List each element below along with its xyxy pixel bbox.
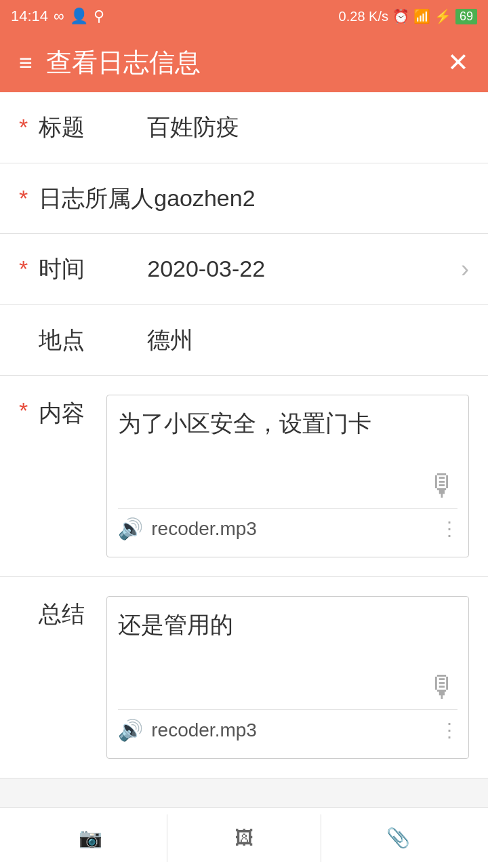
owner-required-star: * (19, 182, 28, 215)
status-infinity: ∞ (54, 7, 64, 25)
gallery-button[interactable]: 🖼 (167, 814, 321, 862)
title-field-label: 标题 (39, 111, 147, 144)
content-field-row: * 内容 为了小区安全，设置门卡 🎙 🔊 recoder.mp3 ⋮ (0, 376, 488, 577)
title-field-row: * 标题 百姓防疫 (0, 92, 488, 163)
location-field-row: * 地点 德州 (0, 305, 488, 376)
title-field-value: 百姓防疫 (147, 111, 469, 144)
content-audio-file-row: 🔊 recoder.mp3 ⋮ (118, 508, 458, 546)
owner-field-label: 日志所属人 (39, 182, 154, 215)
title-required-star: * (19, 111, 28, 144)
owner-field-row: * 日志所属人 gaozhen2 (0, 163, 488, 235)
content-more-icon[interactable]: ⋮ (440, 517, 458, 540)
header-left: ≡ 查看日志信息 (19, 45, 201, 80)
summary-more-icon[interactable]: ⋮ (440, 719, 458, 741)
close-icon[interactable]: ✕ (447, 47, 469, 77)
summary-audio-icon: 🔊 (118, 718, 143, 742)
attachment-button[interactable]: 📎 (321, 814, 474, 862)
location-placeholder-star: * (19, 324, 28, 357)
app-header: ≡ 查看日志信息 ✕ (0, 33, 488, 92)
page-title: 查看日志信息 (46, 45, 201, 80)
content-textarea[interactable]: 为了小区安全，设置门卡 🎙 🔊 recoder.mp3 ⋮ (106, 395, 469, 557)
summary-textarea[interactable]: 还是管用的 🎙 🔊 recoder.mp3 ⋮ (106, 596, 469, 759)
status-left: 14:14 ∞ 👤 ⚲ (11, 7, 104, 25)
status-time: 14:14 (11, 7, 48, 25)
summary-text: 还是管用的 (118, 608, 458, 701)
location-field-value: 德州 (147, 324, 469, 357)
status-right: 0.28 K/s ⏰ 📶 ⚡ 69 (339, 8, 477, 24)
content-text: 为了小区安全，设置门卡 (118, 406, 458, 500)
summary-audio-filename: recoder.mp3 (151, 719, 440, 741)
location-field-label: 地点 (39, 324, 147, 357)
content-required-star: * (19, 395, 28, 427)
status-person: 👤 (70, 7, 88, 25)
content-field-label: 内容 (39, 395, 106, 430)
summary-field-label: 总结 (39, 596, 106, 630)
time-required-star: * (19, 253, 28, 285)
bottom-toolbar: 📷 🖼 📎 (0, 807, 488, 868)
status-flash-icon: ⚡ (434, 8, 451, 24)
status-signal-icon: 📶 (413, 8, 430, 24)
content-audio-filename: recoder.mp3 (151, 518, 440, 540)
time-field-label: 时间 (39, 253, 147, 285)
content-audio-icon: 🔊 (118, 517, 143, 540)
menu-icon[interactable]: ≡ (19, 50, 33, 76)
summary-placeholder-star: * (19, 596, 28, 629)
time-chevron-icon: › (461, 255, 469, 283)
status-usb: ⚲ (94, 7, 104, 25)
status-battery-icon: 69 (455, 8, 477, 24)
summary-mic-icon[interactable]: 🎙 (428, 670, 458, 704)
status-speed: 0.28 K/s (339, 9, 388, 24)
status-bar: 14:14 ∞ 👤 ⚲ 0.28 K/s ⏰ 📶 ⚡ 69 (0, 0, 488, 33)
content-mic-icon[interactable]: 🎙 (428, 469, 458, 502)
owner-field-value: gaozhen2 (154, 182, 469, 215)
status-alarm-icon: ⏰ (392, 8, 409, 24)
form-content: * 标题 百姓防疫 * 日志所属人 gaozhen2 * 时间 2020-03-… (0, 92, 488, 846)
summary-field-row: * 总结 还是管用的 🎙 🔊 recoder.mp3 ⋮ (0, 577, 488, 778)
time-field-row[interactable]: * 时间 2020-03-22 › (0, 234, 488, 305)
time-field-value: 2020-03-22 (147, 253, 461, 285)
camera-button[interactable]: 📷 (14, 814, 167, 862)
summary-audio-file-row: 🔊 recoder.mp3 ⋮ (118, 709, 458, 747)
